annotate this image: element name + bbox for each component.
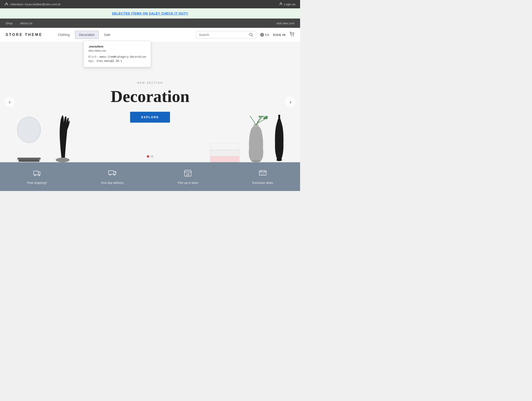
- svg-point-15: [17, 117, 41, 143]
- black-bottle: [272, 111, 286, 162]
- features-bar: Free shipping!! One day delivery Pick up…: [0, 162, 300, 191]
- svg-rect-36: [259, 171, 266, 175]
- hero-dot-1[interactable]: [147, 155, 149, 158]
- svg-rect-16: [17, 158, 41, 159]
- search-box[interactable]: [196, 31, 256, 38]
- secondary-nav-left: Shop About Us: [6, 22, 32, 25]
- secondary-nav-about[interactable]: About Us: [20, 22, 32, 25]
- svg-point-12: [293, 36, 294, 36]
- tooltip-app: App: vtex.menu@2.20.1: [88, 59, 146, 63]
- attendant-label: Attendant: lucas.bebber@vtex.com.br: [10, 3, 61, 6]
- svg-rect-26: [34, 171, 38, 175]
- svg-point-25: [276, 159, 282, 161]
- feature-pickup: Pick up in store: [178, 169, 198, 184]
- svg-point-3: [280, 3, 282, 4]
- hero-prev-button[interactable]: ‹: [5, 97, 15, 107]
- stacked-books: [210, 143, 240, 162]
- svg-point-27: [35, 175, 36, 176]
- pickup-label: Pick up in store: [178, 181, 198, 184]
- grey-vase: [244, 116, 268, 162]
- nav-links: Clothing Decoration Sale: [54, 31, 114, 39]
- svg-rect-29: [108, 171, 114, 174]
- tooltip-block: Block: menu-item#category-decoration: [88, 55, 146, 59]
- svg-point-17: [56, 158, 70, 162]
- language-button[interactable]: EN: [260, 33, 269, 37]
- promo-banner[interactable]: SELECTED ITEMS ON SALE!! CHECK IT OUT!!: [0, 8, 300, 19]
- nav-clothing[interactable]: Clothing: [54, 31, 74, 39]
- svg-point-11: [291, 36, 292, 36]
- store-icon: [184, 169, 192, 179]
- cart-icon[interactable]: [289, 32, 295, 38]
- feature-shipping: Free shipping!!: [27, 169, 47, 184]
- svg-point-18: [251, 160, 261, 162]
- svg-rect-1: [5, 4, 6, 5]
- sign-in-button[interactable]: SIGN IN: [273, 33, 286, 37]
- hero-dots: [147, 155, 153, 158]
- login-as-btn[interactable]: Login as: [279, 2, 295, 6]
- nav-right: EN SIGN IN: [196, 31, 295, 38]
- explore-button[interactable]: EXPLORE: [130, 112, 170, 123]
- shipping-icon: [33, 169, 41, 179]
- tooltip-file-name: vtex.menu.css: [88, 49, 146, 52]
- secondary-nav-shop[interactable]: Shop: [6, 22, 13, 25]
- svg-rect-35: [187, 174, 189, 176]
- language-label: EN: [265, 33, 269, 37]
- secondary-nav-vtex[interactable]: visit vtex.com: [276, 22, 295, 25]
- left-objects: [14, 111, 72, 162]
- nav-decoration[interactable]: Decoration: [75, 31, 99, 39]
- store-logo[interactable]: STORE THEME: [6, 33, 42, 37]
- deals-label: Exclusive deals: [252, 181, 273, 184]
- nav-sale[interactable]: Sale: [100, 31, 114, 39]
- delivery-icon: [108, 169, 116, 179]
- shipping-label: Free shipping!!: [27, 181, 47, 184]
- secondary-nav: Shop About Us visit vtex.com: [0, 19, 300, 28]
- svg-point-4: [250, 33, 252, 36]
- svg-rect-2: [8, 4, 8, 5]
- login-label: Login as: [284, 3, 295, 6]
- hero-dot-2[interactable]: [151, 155, 153, 158]
- right-objects: [210, 111, 286, 162]
- svg-rect-33: [185, 172, 191, 176]
- promo-link[interactable]: SELECTED ITEMS ON SALE!! CHECK IT OUT!!: [112, 12, 188, 15]
- user-icon: [279, 2, 283, 6]
- hero-content: NEW SECTION Decoration EXPLORE: [111, 81, 190, 123]
- headset-icon: [5, 2, 8, 6]
- search-button[interactable]: [249, 33, 253, 37]
- glass-dome: [14, 116, 44, 162]
- main-nav: STORE THEME Clothing Decoration Sale E: [0, 28, 300, 42]
- svg-point-28: [39, 175, 40, 176]
- hero-title: Decoration: [111, 87, 190, 106]
- svg-point-31: [114, 174, 115, 175]
- hero-next-button[interactable]: ›: [285, 97, 295, 107]
- feature-delivery: One day delivery: [101, 169, 124, 184]
- svg-point-30: [110, 174, 111, 175]
- hero-subtitle: NEW SECTION: [111, 81, 190, 84]
- top-bar: Attendant: lucas.bebber@vtex.com.br Logi…: [0, 0, 300, 8]
- deals-icon: [259, 169, 267, 179]
- svg-line-5: [252, 36, 253, 37]
- attendant-info: Attendant: lucas.bebber@vtex.com.br: [5, 2, 61, 6]
- black-hand: [53, 111, 72, 162]
- search-input[interactable]: [199, 33, 249, 37]
- feature-deals: Exclusive deals: [252, 169, 273, 184]
- tooltip-popup: .menuItem vtex.menu.css Block: menu-item…: [83, 41, 151, 67]
- tooltip-class-name: .menuItem: [88, 45, 146, 48]
- delivery-label: One day delivery: [101, 181, 124, 184]
- svg-rect-24: [278, 115, 280, 118]
